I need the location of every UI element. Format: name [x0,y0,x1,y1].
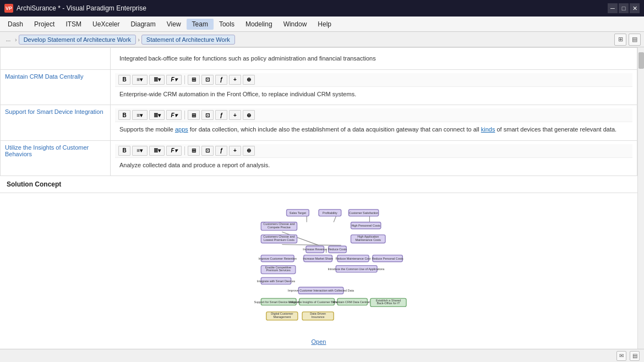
align-button-3[interactable]: ≡▾ [132,146,148,156]
row-4-label: Utilize the Insights of Customer Behavio… [1,140,111,176]
svg-text:Back-Office for IT: Back-Office for IT [376,301,400,305]
svg-text:Reduce Costs: Reduce Costs [328,248,347,251]
menu-project[interactable]: Project [29,19,60,30]
font-button[interactable]: F▾ [166,75,182,85]
add-button[interactable]: + [229,75,241,85]
svg-text:Profitability: Profitability [323,211,337,215]
table-button[interactable]: ⊞ [188,75,200,85]
menu-modeling[interactable]: Modeling [240,19,278,30]
svg-text:Premium Services: Premium Services [266,268,290,272]
svg-line-4 [282,245,341,245]
breadcrumb-sep-1: › [15,36,17,43]
row-1-label [1,48,111,70]
diagram-svg: Sales Target Profitability Customer Sati… [225,199,412,336]
mail-icon-button[interactable]: ✉ [616,351,626,361]
breadcrumb-right: ⊞ ▤ [614,34,641,46]
close-button[interactable]: ✕ [630,3,640,13]
font-button-2[interactable]: F▾ [166,110,182,120]
breadcrumb-develop[interactable]: Develop Statement of Architecture Work [19,35,136,45]
grid-view-button[interactable]: ⊞ [614,34,626,46]
row-3-toolbar: B ≡▾ ≣▾ F▾ ⊞ ⊡ ƒ + ⊕ [115,108,632,122]
panel-icon-button[interactable]: ▤ [630,351,640,361]
open-diagram-link[interactable]: Open [312,338,326,345]
tb-sep-2 [184,111,185,119]
svg-text:Increase Market Share: Increase Market Share [303,257,333,260]
highlight-apps: apps [175,126,188,133]
svg-text:Reduce Personal Costs: Reduce Personal Costs [372,257,403,260]
highlight-kinds: kinds [481,126,495,133]
bold-button-2[interactable]: B [118,110,130,120]
table-row: Support for Smart Device Integration B ≡… [1,105,637,141]
row-1-content: Integrated back-office suite for functio… [111,48,637,70]
menu-dash[interactable]: Dash [2,19,29,30]
menu-help[interactable]: Help [312,19,337,30]
more-button-2[interactable]: ⊕ [243,110,255,120]
list-button[interactable]: ≣▾ [149,75,165,85]
table-row: Maintain CRM Data Centrally B ≡▾ ≣▾ F▾ ⊞… [1,69,637,105]
svg-text:Improve Customer Interaction w: Improve Customer Interaction with Collec… [288,289,354,292]
table-row: Utilize the Insights of Customer Behavio… [1,140,637,176]
table-button-3[interactable]: ⊞ [188,146,200,156]
row-3-content: B ≡▾ ≣▾ F▾ ⊞ ⊡ ƒ + ⊕ Supports the mobile… [111,105,637,141]
image-button[interactable]: ⊡ [201,75,214,85]
more-button-3[interactable]: ⊕ [243,146,255,156]
svg-text:Introduce the Common Use of Ap: Introduce the Common Use of Applications [328,267,384,271]
breadcrumb-sep-2: › [138,36,140,43]
row-1-text: Integrated back-office suite for functio… [115,51,632,66]
breadcrumb-back-button[interactable]: ... [3,35,13,45]
menu-diagram[interactable]: Diagram [125,19,161,30]
panel-view-button[interactable]: ▤ [629,34,641,46]
font-button-3[interactable]: F▾ [166,146,182,156]
bold-button-3[interactable]: B [118,146,130,156]
svg-text:Maintenance Costs: Maintenance Costs [355,238,381,242]
content-table: Integrated back-office suite for functio… [0,47,637,176]
row-4-toolbar: B ≡▾ ≣▾ F▾ ⊞ ⊡ ƒ + ⊕ [115,144,632,158]
breadcrumb-statement[interactable]: Statement of Architecture Work [141,35,235,45]
scroll-thumb[interactable] [638,52,644,69]
menu-bar: Dash Project ITSM UeXceler Diagram View … [0,17,644,32]
svg-text:Compete Precise: Compete Precise [268,226,291,229]
svg-text:Integrate with Smart Devices: Integrate with Smart Devices [257,279,296,283]
menu-itsm[interactable]: ITSM [60,19,87,30]
table-button-2[interactable]: ⊞ [188,110,200,120]
title-bar-controls[interactable]: ─ □ ✕ [608,3,640,13]
svg-text:Increase Revenue: Increase Revenue [303,248,327,251]
add-button-3[interactable]: + [229,146,241,156]
formula-button-3[interactable]: ƒ [215,146,227,156]
status-bar: ✉ ▤ [0,349,644,362]
menu-window[interactable]: Window [278,19,313,30]
minimize-button[interactable]: ─ [608,3,618,13]
menu-team[interactable]: Team [187,19,214,30]
svg-text:Maintain CRM Data Centrally: Maintain CRM Data Centrally [333,300,372,304]
svg-text:Management: Management [273,315,291,319]
image-button-3[interactable]: ⊡ [201,146,214,156]
menu-uexceler[interactable]: UeXceler [87,19,125,30]
list-button-3[interactable]: ≣▾ [149,146,165,156]
add-button-2[interactable]: + [229,110,241,120]
row-3-text: Supports the mobile apps for data collec… [115,122,632,137]
solution-header: Solution Concept [0,176,637,193]
formula-button[interactable]: ƒ [215,75,227,85]
list-button-2[interactable]: ≣▾ [149,110,165,120]
tb-sep-3 [184,146,185,155]
solution-section: Solution Concept Sales Target [0,176,637,349]
app-title: ArchiSurance * - Visual Paradigm Enterpr… [17,4,146,12]
menu-view[interactable]: View [161,19,187,30]
formula-button-2[interactable]: ƒ [215,110,227,120]
image-button-2[interactable]: ⊡ [201,110,214,120]
right-scrollbar[interactable] [637,47,644,349]
svg-text:Sales Target: Sales Target [290,211,307,215]
row-4-content: B ≡▾ ≣▾ F▾ ⊞ ⊡ ƒ + ⊕ Analyze collected d… [111,140,637,176]
maximize-button[interactable]: □ [619,3,629,13]
table-row: Integrated back-office suite for functio… [1,48,637,70]
more-button[interactable]: ⊕ [243,75,255,85]
align-button-2[interactable]: ≡▾ [132,110,148,120]
row-3-label: Support for Smart Device Integration [1,105,111,141]
bold-button[interactable]: B [118,75,130,85]
menu-tools[interactable]: Tools [214,19,240,30]
title-bar-left: VP ArchiSurance * - Visual Paradigm Ente… [4,4,146,13]
align-button[interactable]: ≡▾ [132,75,148,85]
svg-text:Improve Customer Retention: Improve Customer Retention [258,257,297,260]
tb-sep [184,75,185,84]
row-4-text: Analyze collected data and produce a rep… [115,158,632,173]
